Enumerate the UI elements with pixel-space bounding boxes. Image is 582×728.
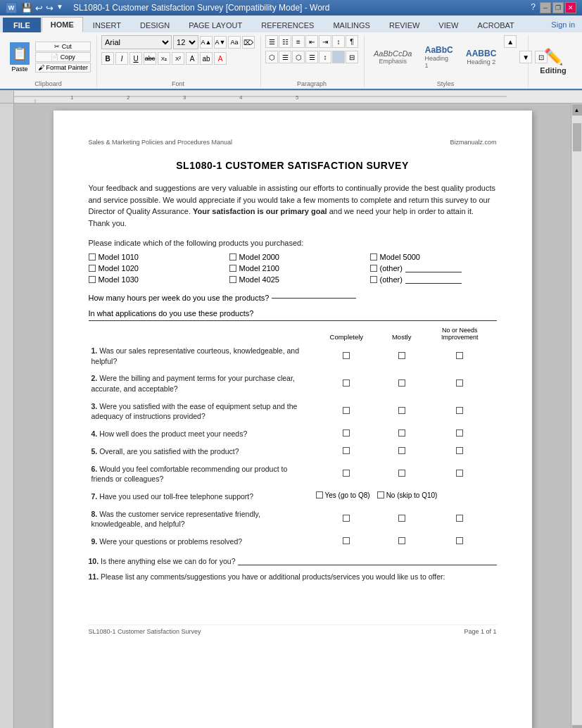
document-page[interactable]: Sales & Marketing Policies and Procedure… [53,111,532,728]
borders-button[interactable]: ⊟ [346,51,358,63]
q3-col1[interactable] [313,398,381,425]
product-checkbox-4025[interactable] [229,276,236,283]
underline-button[interactable]: U [129,52,142,65]
hours-fill[interactable] [272,298,356,299]
q3-col3[interactable] [423,398,496,425]
q5-checkbox-1[interactable] [343,447,350,454]
tab-review[interactable]: REVIEW [380,18,429,32]
scroll-thumb[interactable] [573,123,581,151]
q8-checkbox-2[interactable] [398,515,405,522]
justify-button[interactable]: ☰ [305,51,318,63]
tab-file[interactable]: FILE [3,18,41,32]
q9-col1[interactable] [313,533,381,551]
quick-save-icon[interactable]: 💾 [21,3,32,13]
q1-col1[interactable] [313,342,381,370]
decrease-indent-button[interactable]: ⇤ [305,35,318,48]
q7-no[interactable]: No (skip to Q10) [377,491,438,499]
q2-col2[interactable] [380,370,423,397]
tab-home[interactable]: HOME [42,17,83,32]
styles-scroll-up[interactable]: ▲ [504,35,517,48]
q3-checkbox-2[interactable] [398,407,405,414]
q2-checkbox-2[interactable] [398,379,405,387]
copy-button[interactable]: 📄 Copy [35,52,91,62]
font-shrink-button[interactable]: A▼ [214,36,227,49]
other-checkbox-1[interactable] [370,265,377,272]
q4-col2[interactable] [380,425,423,443]
q8-checkbox-3[interactable] [456,515,463,522]
q6-checkbox-3[interactable] [456,470,463,477]
q8-col3[interactable] [423,506,496,533]
scroll-up[interactable]: ▲ [572,104,582,115]
product-checkbox-1020[interactable] [89,265,96,272]
q6-checkbox-2[interactable] [398,470,405,477]
tab-view[interactable]: VIEW [429,18,467,32]
tab-design[interactable]: DESIGN [131,18,179,32]
product-checkbox-2000[interactable] [229,253,236,261]
q4-checkbox-3[interactable] [456,429,463,437]
other-fill-1[interactable] [405,264,462,272]
q2-checkbox-1[interactable] [343,379,350,387]
q8-checkbox-1[interactable] [343,515,350,522]
q1-col3[interactable] [423,342,496,370]
q10-fill[interactable] [238,557,496,565]
tab-insert[interactable]: INSERT [84,18,130,32]
tab-page-layout[interactable]: PAGE LAYOUT [179,18,251,32]
bullets-button[interactable]: ☰ [265,35,278,48]
undo-icon[interactable]: ↩ [35,3,43,13]
scrollbar[interactable]: ▲ ▼ [571,103,582,728]
q3-checkbox-3[interactable] [456,407,463,414]
doc-area[interactable]: Sales & Marketing Policies and Procedure… [14,103,571,728]
style-heading1[interactable]: AaBbC Heading 1 [419,43,458,71]
clear-format-button[interactable]: ⌦ [242,36,255,49]
q2-checkbox-3[interactable] [456,379,463,387]
superscript-button[interactable]: X² [172,52,184,65]
other-fill-2[interactable] [405,275,462,284]
q1-checkbox-1[interactable] [343,352,350,359]
cut-button[interactable]: ✂ Cut [35,42,91,51]
multilevel-button[interactable]: ≡ [292,35,305,48]
bold-button[interactable]: B [101,52,114,65]
close-btn[interactable]: ✕ [565,2,576,13]
format-painter-button[interactable]: 🖌 Format Painter [35,63,91,73]
q4-checkbox-1[interactable] [343,429,350,437]
q3-checkbox-1[interactable] [343,407,350,414]
q2-col3[interactable] [423,370,496,397]
tab-acrobat[interactable]: ACROBAT [468,18,523,32]
numbering-button[interactable]: ☷ [279,35,291,48]
align-left-button[interactable]: ⬡ [265,51,278,63]
q8-col1[interactable] [313,506,381,533]
product-checkbox-1010[interactable] [89,253,96,261]
q8-col2[interactable] [380,506,423,533]
text-highlight-button[interactable]: ab [200,52,213,65]
q7-no-checkbox[interactable] [377,491,384,498]
sort-button[interactable]: ↕ [332,35,345,48]
q7-yes-checkbox[interactable] [316,491,323,498]
q3-col2[interactable] [380,398,423,425]
restore-btn[interactable]: ❐ [552,2,564,13]
line-spacing-button[interactable]: ↕ [319,51,331,63]
product-checkbox-5000[interactable] [370,253,377,261]
q1-checkbox-3[interactable] [456,352,463,359]
q5-checkbox-2[interactable] [398,447,405,454]
q4-col1[interactable] [313,425,381,443]
paste-button[interactable]: 📋 Paste [6,41,34,74]
product-checkbox-2100[interactable] [229,265,236,272]
q6-checkbox-1[interactable] [343,470,350,477]
change-case-button[interactable]: Aa [228,36,241,49]
q9-checkbox-2[interactable] [398,537,405,544]
style-emphasis[interactable]: AaBbCcDa Emphasis [369,47,417,67]
q5-col1[interactable] [313,443,381,460]
q6-col2[interactable] [380,460,423,488]
q9-checkbox-1[interactable] [343,537,350,544]
font-color-button[interactable]: A [214,52,227,65]
tab-references[interactable]: REFERENCES [252,18,323,32]
redo-icon[interactable]: ↪ [46,3,53,13]
q1-checkbox-2[interactable] [398,352,405,359]
sign-in-link[interactable]: Sign in [544,18,582,32]
q5-col3[interactable] [423,443,496,460]
q9-col2[interactable] [380,533,423,551]
q5-checkbox-3[interactable] [456,447,463,454]
customize-icon[interactable]: ▼ [56,3,63,13]
align-right-button[interactable]: ⬡ [292,51,305,63]
help-btn[interactable]: ? [528,2,538,13]
